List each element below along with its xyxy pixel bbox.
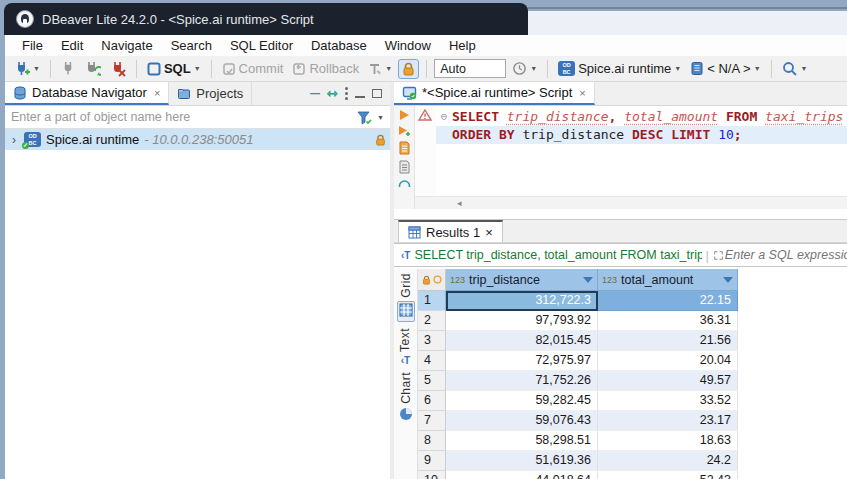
menu-sql-editor[interactable]: SQL Editor xyxy=(221,36,302,55)
tab-sql-script[interactable]: *<Spice.ai runtime> Script × xyxy=(394,82,595,105)
cell-total-amount[interactable]: 33.52 xyxy=(598,391,738,411)
sort-filter-icon[interactable] xyxy=(723,277,733,283)
titlebar[interactable]: DBeaver Lite 24.2.0 - <Spice.ai runtime>… xyxy=(4,3,528,35)
transaction-mode-button[interactable]: ▼ xyxy=(365,60,395,78)
chevron-down-icon[interactable]: ▼ xyxy=(33,65,40,72)
execute-new-tab-icon[interactable] xyxy=(398,125,411,137)
cell-total-amount[interactable]: 20.04 xyxy=(598,351,738,371)
column-header-total-amount[interactable]: 123 total_amount xyxy=(598,269,738,291)
row-number[interactable]: 9 xyxy=(418,451,446,471)
sql-editor[interactable]: ⊖SELECT trip_distance, total_amount FROM… xyxy=(394,106,847,196)
expand-icon[interactable] xyxy=(712,249,725,262)
connect-button[interactable] xyxy=(58,59,79,78)
chevron-down-icon[interactable]: ▼ xyxy=(194,65,201,72)
table-row[interactable]: 659,282.4533.52 xyxy=(418,391,847,411)
chevron-down-icon[interactable]: ▼ xyxy=(530,65,537,72)
tab-text[interactable]: Text ‹T xyxy=(397,328,414,366)
execute-statement-icon[interactable] xyxy=(398,109,410,121)
table-row[interactable]: 759,076.4323.17 xyxy=(418,411,847,431)
maximize-view-icon[interactable] xyxy=(372,89,382,98)
transaction-log-button[interactable]: ▼ xyxy=(509,59,540,78)
explain-plan-icon[interactable] xyxy=(398,160,411,175)
row-number[interactable]: 7 xyxy=(418,411,446,431)
cell-trip-distance[interactable]: 44,018.64 xyxy=(446,471,598,479)
row-number[interactable]: 6 xyxy=(418,391,446,411)
menu-window[interactable]: Window xyxy=(376,36,440,55)
cell-trip-distance[interactable]: 59,076.43 xyxy=(446,411,598,431)
editor-hscrollbar[interactable]: ◂ xyxy=(415,196,847,209)
close-icon[interactable]: × xyxy=(152,87,160,99)
cell-trip-distance[interactable]: 97,793.92 xyxy=(446,311,598,331)
code-area[interactable]: ⊖SELECT trip_distance, total_amount FROM… xyxy=(436,108,847,144)
expand-chevron-icon[interactable]: › xyxy=(9,133,19,147)
rollback-button[interactable]: Rollback xyxy=(289,59,362,78)
cell-total-amount[interactable]: 49.57 xyxy=(598,371,738,391)
table-row[interactable]: 297,793.9236.31 xyxy=(418,311,847,331)
tab-grid[interactable]: Grid xyxy=(397,273,415,322)
new-connection-button[interactable]: ▼ xyxy=(11,59,43,79)
chevron-down-icon[interactable]: ▼ xyxy=(674,65,681,72)
row-number[interactable]: 2 xyxy=(418,311,446,331)
menu-edit[interactable]: Edit xyxy=(52,36,92,55)
menu-database[interactable]: Database xyxy=(302,36,376,55)
link-with-editor-icon[interactable]: ⇿ xyxy=(327,87,338,100)
menu-help[interactable]: Help xyxy=(440,36,485,55)
row-number[interactable]: 3 xyxy=(418,331,446,351)
close-icon[interactable]: × xyxy=(577,87,585,99)
tab-database-navigator[interactable]: Database Navigator × xyxy=(5,82,169,105)
connection-tree-item[interactable]: › OD BC ✓ Spice.ai runtime - 10.0.0.238:… xyxy=(5,129,390,150)
reconnect-button[interactable] xyxy=(82,59,104,79)
row-number[interactable]: 5 xyxy=(418,371,446,391)
table-row[interactable]: 858,298.5118.63 xyxy=(418,431,847,451)
chevron-down-icon[interactable]: ▼ xyxy=(385,65,392,72)
menu-search[interactable]: Search xyxy=(162,36,221,55)
disconnect-button[interactable] xyxy=(107,59,129,79)
cell-trip-distance[interactable]: 58,298.51 xyxy=(446,431,598,451)
result-filter-input[interactable] xyxy=(725,248,847,262)
view-menu-icon[interactable] xyxy=(345,87,348,100)
chevron-down-icon[interactable]: ▼ xyxy=(754,65,761,72)
commit-button[interactable]: Commit xyxy=(219,59,287,78)
execute-script-icon[interactable] xyxy=(398,141,411,156)
table-row[interactable]: 1044,018.6452.43 xyxy=(418,471,847,479)
filter-funnel-icon[interactable] xyxy=(357,110,373,125)
column-header-trip-distance[interactable]: 123 trip_distance xyxy=(446,269,598,291)
cell-total-amount[interactable]: 21.56 xyxy=(598,331,738,351)
table-row[interactable]: 1312,722.322.15 xyxy=(418,291,847,311)
table-row[interactable]: 951,619.3624.2 xyxy=(418,451,847,471)
row-number[interactable]: 8 xyxy=(418,431,446,451)
chevron-down-icon[interactable]: ▼ xyxy=(801,65,808,72)
cell-total-amount[interactable]: 23.17 xyxy=(598,411,738,431)
scroll-left-icon[interactable]: ◂ xyxy=(457,198,462,208)
table-row[interactable]: 571,752.2649.57 xyxy=(418,371,847,391)
cell-total-amount[interactable]: 52.43 xyxy=(598,471,738,479)
sort-filter-icon[interactable] xyxy=(583,277,593,283)
autocommit-lock-toggle[interactable] xyxy=(398,59,419,79)
table-row[interactable]: 382,015.4521.56 xyxy=(418,331,847,351)
row-number[interactable]: 1 xyxy=(418,291,446,311)
more-tools-icon[interactable] xyxy=(398,179,411,187)
cell-trip-distance[interactable]: 72,975.97 xyxy=(446,351,598,371)
cell-trip-distance[interactable]: 71,752.26 xyxy=(446,371,598,391)
collapse-all-icon[interactable]: — xyxy=(310,89,320,99)
menu-navigate[interactable]: Navigate xyxy=(92,36,161,55)
database-selector[interactable]: < N/A > ▼ xyxy=(687,59,763,78)
menu-file[interactable]: File xyxy=(13,36,52,55)
cell-total-amount[interactable]: 24.2 xyxy=(598,451,738,471)
cell-trip-distance[interactable]: 51,619.36 xyxy=(446,451,598,471)
fold-collapse-icon[interactable]: ⊖ xyxy=(436,108,452,126)
code-line[interactable]: ⊖SELECT trip_distance, total_amount FROM… xyxy=(436,108,847,126)
cell-total-amount[interactable]: 22.15 xyxy=(598,291,738,311)
connection-selector[interactable]: OD BC Spice.ai runtime ▼ xyxy=(555,59,684,78)
cell-total-amount[interactable]: 18.63 xyxy=(598,431,738,451)
chevron-down-icon[interactable]: ▼ xyxy=(377,114,384,121)
cell-total-amount[interactable]: 36.31 xyxy=(598,311,738,331)
tab-results-1[interactable]: Results 1 × xyxy=(398,220,503,242)
new-sql-editor-button[interactable]: SQL ▼ xyxy=(144,59,204,78)
search-button[interactable]: ▼ xyxy=(779,59,811,79)
cell-trip-distance[interactable]: 312,722.3 xyxy=(446,291,598,311)
object-filter-input[interactable] xyxy=(11,110,357,124)
tab-projects[interactable]: Projects xyxy=(169,82,252,105)
autocommit-mode-combo[interactable]: Auto xyxy=(434,59,506,78)
row-number[interactable]: 4 xyxy=(418,351,446,371)
